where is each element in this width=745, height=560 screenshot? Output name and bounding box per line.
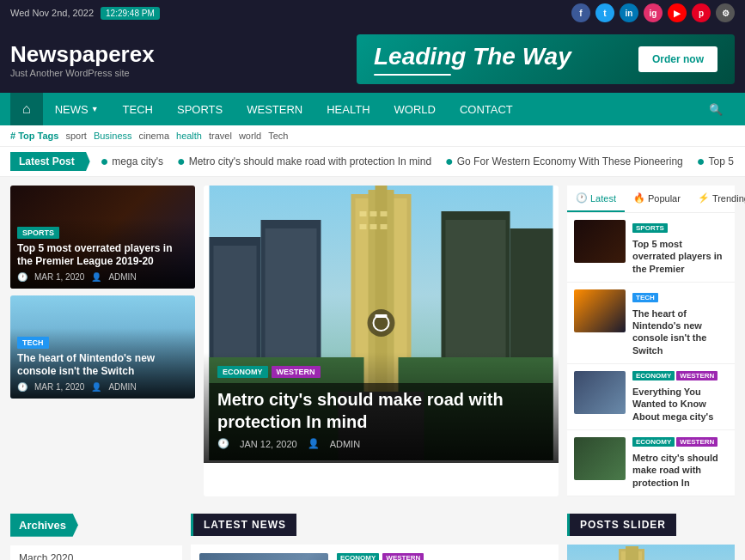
tab-trending[interactable]: ⚡ Trending (689, 186, 745, 212)
time-badge: 12:29:48 PM (101, 7, 160, 20)
tag-travel[interactable]: travel (209, 131, 232, 141)
facebook-icon[interactable]: f (571, 3, 590, 22)
top-bar: Wed Nov 2nd, 2022 12:29:48 PM f t in ig … (0, 0, 745, 26)
cat-badge-sports-1: SPORTS (17, 227, 59, 239)
social-icons-bar: f t in ig ▶ p ⚙ (571, 3, 735, 22)
archives-title: Archives (10, 514, 78, 537)
settings-icon[interactable]: ⚙ (716, 3, 735, 22)
article-overlay-1: SPORTS Top 5 most overrated players in t… (10, 218, 195, 289)
article-card-1[interactable]: SPORTS Top 5 most overrated players in t… (10, 186, 195, 289)
sidebar-title-2: The heart of Nintendo's new console isn'… (632, 307, 728, 356)
svg-rect-19 (370, 224, 377, 229)
sidebar-article-2[interactable]: TECH The heart of Nintendo's new console… (567, 283, 735, 364)
date-time: Wed Nov 2nd, 2022 12:29:48 PM (10, 7, 160, 20)
posts-slider-title: POSTS SLIDER (567, 514, 676, 536)
article-date-2: MAR 1, 2020 (34, 382, 84, 392)
nav-world[interactable]: WORLD (382, 94, 448, 125)
nav-western[interactable]: WESTERN (235, 94, 314, 125)
logo-title: Newspaperex (10, 41, 155, 68)
ticker-item-3[interactable]: ● Go For Western Economy With These Pion… (445, 154, 683, 169)
linkedin-icon[interactable]: in (620, 3, 638, 22)
archives-section: Archives March 2020 January 2020 Categor… (10, 514, 182, 560)
clock-icon-2: 🕐 (17, 382, 27, 392)
nav-sports[interactable]: SPORTS (165, 94, 235, 125)
sidebar-cat-1: SPORTS (632, 223, 668, 233)
pinterest-icon[interactable]: p (692, 3, 711, 22)
center-article-meta: 🕐 JAN 12, 2020 👤 ADMIN (217, 438, 545, 449)
center-author: ADMIN (330, 439, 360, 449)
twitter-icon[interactable]: t (595, 3, 614, 22)
tag-tech[interactable]: Tech (268, 131, 288, 141)
tab-latest[interactable]: 🕐 Latest (567, 186, 625, 212)
sidebar-cat-3b: WESTERN (676, 371, 718, 380)
latest-news-content: ECONOMY WESTERN Everything You Wanted to… (191, 545, 559, 560)
archive-march[interactable]: March 2020 (10, 545, 182, 560)
latest-news-image (199, 553, 328, 560)
nav-tech[interactable]: TECH (111, 94, 165, 125)
tag-sport[interactable]: sport (65, 131, 86, 141)
svg-rect-23 (376, 314, 388, 318)
cat-economy: ECONOMY (217, 366, 268, 378)
ticker-item-4[interactable]: ● Top 5 most overrated players in the Pr… (697, 154, 735, 169)
latest-news-section: LATEST NEWS ECONOMY WESTERN Everything Y… (191, 514, 559, 560)
ticker-dot-4: ● (697, 154, 705, 169)
search-button[interactable]: 🔍 (697, 94, 735, 125)
right-sidebar: 🕐 Latest 🔥 Popular ⚡ Trending SPORTS Top… (567, 186, 735, 496)
logo-tagline: Just Another WordPress site (10, 68, 155, 78)
sidebar-article-4[interactable]: ECONOMY WESTERN Metro city's should make… (567, 430, 735, 496)
article-card-2[interactable]: TECH The heart of Nintendo's new console… (10, 295, 195, 399)
nav-contact[interactable]: CONTACT (448, 94, 525, 125)
cat-badge-tech-2: TECH (17, 337, 49, 349)
top-tags-label: # Top Tags (10, 131, 58, 141)
latest-news-header: LATEST NEWS (191, 514, 559, 536)
tag-world[interactable]: world (239, 131, 261, 141)
nav-news[interactable]: NEWS ▼ (43, 94, 111, 125)
youtube-icon[interactable]: ▶ (668, 3, 687, 22)
ticker-item-1[interactable]: ● mega city's (101, 154, 163, 169)
tab-bar: 🕐 Latest 🔥 Popular ⚡ Trending (567, 186, 735, 213)
sidebar-article-1[interactable]: SPORTS Top 5 most overrated players in t… (567, 213, 735, 283)
center-article[interactable]: ECONOMY WESTERN Metro city's should make… (204, 186, 559, 496)
svg-rect-15 (360, 211, 367, 216)
svg-rect-18 (360, 224, 367, 229)
order-now-button[interactable]: Order now (638, 46, 718, 72)
sidebar-article-3[interactable]: ECONOMY WESTERN Everything You Wanted to… (567, 364, 735, 430)
latest-news-text-block: ECONOMY WESTERN Everything You Wanted to… (337, 553, 550, 560)
article-author-2: ADMIN (108, 382, 136, 392)
tag-business[interactable]: Business (94, 131, 132, 141)
bottom-section: Archives March 2020 January 2020 Categor… (0, 505, 745, 560)
latest-ticker: Latest Post ● mega city's ● Metro city's… (0, 147, 745, 177)
user-icon-center: 👤 (308, 438, 320, 449)
ticker-text-1: mega city's (112, 155, 163, 167)
clock-tab-icon: 🕐 (576, 192, 588, 204)
ticker-text-3: Go For Western Economy With These Pionee… (457, 155, 683, 167)
posts-slider-image (567, 545, 735, 560)
tag-health[interactable]: health (176, 131, 202, 141)
tab-popular[interactable]: 🔥 Popular (625, 186, 689, 212)
trend-tab-icon: ⚡ (698, 192, 710, 204)
instagram-icon[interactable]: ig (644, 3, 663, 22)
site-logo[interactable]: Newspaperex Just Another WordPress site (10, 41, 155, 78)
latest-news-title: LATEST NEWS (191, 514, 296, 536)
svg-rect-25 (567, 545, 735, 560)
date-text: Wed Nov 2nd, 2022 (10, 8, 94, 18)
ticker-text-2: Metro city's should make road with prote… (189, 155, 431, 167)
nav-health[interactable]: HEALTH (314, 94, 382, 125)
archive-list: March 2020 January 2020 (10, 545, 182, 560)
center-overlay: ECONOMY WESTERN Metro city's should make… (204, 352, 559, 463)
sidebar-cat-4a: ECONOMY (632, 437, 675, 447)
svg-rect-28 (626, 546, 638, 560)
ticker-item-2[interactable]: ● Metro city's should make road with pro… (177, 154, 431, 169)
article-meta-2: 🕐 MAR 1, 2020 👤 ADMIN (17, 382, 188, 392)
clock-icon-1: 🕐 (17, 272, 27, 282)
article-date-1: MAR 1, 2020 (34, 272, 84, 282)
sidebar-content-2: TECH The heart of Nintendo's new console… (632, 289, 728, 356)
cat-western: WESTERN (272, 366, 321, 378)
center-article-title: Metro city's should make road with prote… (217, 388, 545, 433)
posts-slider-header: POSTS SLIDER (567, 514, 735, 536)
main-nav: ⌂ NEWS ▼ TECH SPORTS WESTERN HEALTH WORL… (0, 93, 745, 125)
latest-cat-economy: ECONOMY (337, 553, 379, 560)
nav-home[interactable]: ⌂ (10, 93, 43, 125)
article-title-2: The heart of Nintendo's new console isn'… (17, 352, 188, 379)
tag-cinema[interactable]: cinema (139, 131, 169, 141)
